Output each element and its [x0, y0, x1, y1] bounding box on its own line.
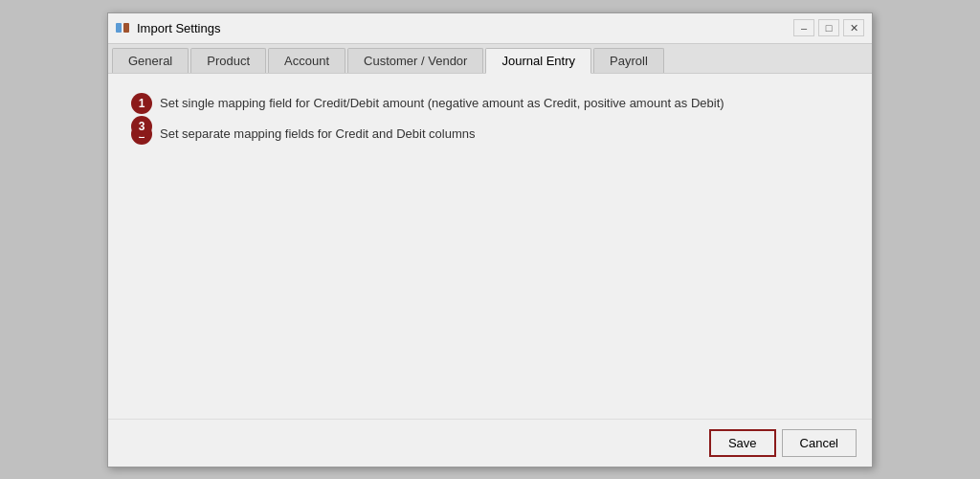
tab-journal-entry[interactable]: Journal Entry [485, 48, 591, 74]
option-badge-1: 1 [131, 93, 152, 114]
option-text-1: Set single mapping field for Credit/Debi… [160, 96, 724, 110]
tab-general[interactable]: General [112, 48, 189, 73]
save-button[interactable]: Save [709, 429, 776, 457]
titlebar: Import Settings – □ ✕ [108, 13, 872, 44]
cancel-button[interactable]: Cancel [782, 429, 857, 457]
option-row-2[interactable]: 2 Set separate mapping fields for Credit… [131, 124, 849, 145]
option-text-2: Set separate mapping fields for Credit a… [160, 126, 476, 141]
window-title: Import Settings [137, 21, 793, 35]
import-settings-window: Import Settings – □ ✕ General Product Ac… [107, 12, 873, 468]
tab-content: 1 Set single mapping field for Credit/De… [108, 74, 872, 419]
tab-product[interactable]: Product [190, 48, 266, 73]
tab-payroll[interactable]: Payroll [593, 48, 664, 73]
minimize-button[interactable]: – [793, 19, 814, 36]
option-row-1[interactable]: 1 Set single mapping field for Credit/De… [131, 93, 849, 114]
window-controls: – □ ✕ [793, 19, 864, 36]
maximize-button[interactable]: □ [818, 19, 839, 36]
option-badge-overlay: 3 [131, 116, 152, 137]
close-button[interactable]: ✕ [843, 19, 864, 36]
tab-account[interactable]: Account [268, 48, 345, 73]
tab-bar: General Product Account Customer / Vendo… [108, 44, 872, 74]
tab-customer-vendor[interactable]: Customer / Vendor [347, 48, 483, 73]
window-icon [116, 20, 131, 35]
footer: Save Cancel [108, 419, 872, 467]
